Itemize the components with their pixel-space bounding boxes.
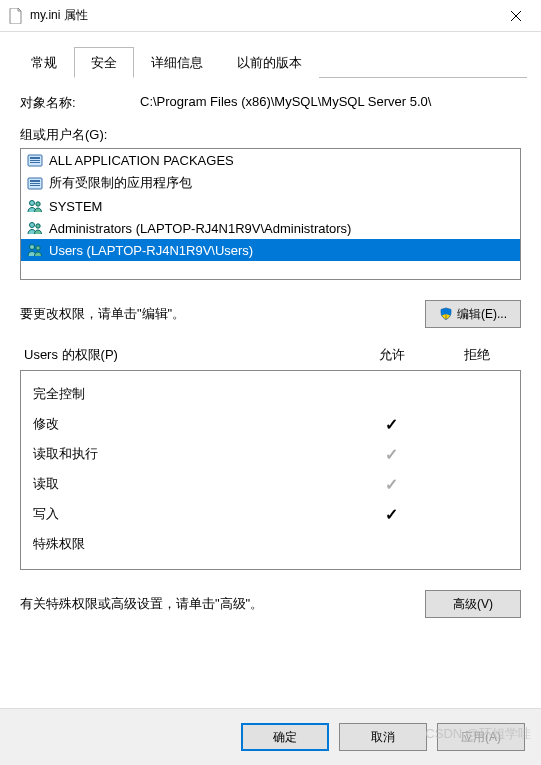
svg-point-10	[30, 223, 35, 228]
shield-icon	[439, 307, 453, 321]
list-item-label: SYSTEM	[49, 199, 102, 214]
edit-text: 要更改权限，请单击"编辑"。	[20, 305, 425, 323]
close-button[interactable]	[493, 1, 539, 31]
permission-row: 读取✓	[33, 469, 516, 499]
svg-point-12	[30, 245, 35, 250]
tab-details[interactable]: 详细信息	[134, 47, 220, 78]
svg-point-13	[36, 246, 40, 250]
object-name-value: C:\Program Files (x86)\MySQL\MySQL Serve…	[140, 94, 521, 112]
list-item-label: 所有受限制的应用程序包	[49, 174, 192, 192]
permission-name: 修改	[33, 415, 346, 433]
svg-rect-7	[30, 185, 40, 186]
tab-body-security: 对象名称: C:\Program Files (x86)\MySQL\MySQL…	[14, 78, 527, 644]
advanced-row: 有关特殊权限或高级设置，请单击"高级"。 高级(V)	[20, 590, 521, 618]
allow-cell: ✓	[346, 475, 436, 494]
tab-bar: 常规 安全 详细信息 以前的版本	[14, 46, 527, 78]
allow-cell: ✓	[346, 505, 436, 524]
list-item[interactable]: ALL APPLICATION PACKAGES	[21, 149, 520, 171]
permission-row: 特殊权限	[33, 529, 516, 559]
users-icon	[27, 242, 43, 258]
permissions-listbox: 完全控制修改✓读取和执行✓读取✓写入✓特殊权限	[20, 370, 521, 570]
check-icon: ✓	[385, 416, 398, 433]
list-item[interactable]: 所有受限制的应用程序包	[21, 171, 520, 195]
users-icon	[27, 198, 43, 214]
svg-rect-3	[30, 162, 40, 163]
users-icon	[27, 220, 43, 236]
list-item[interactable]: Users (LAPTOP-RJ4N1R9V\Users)	[21, 239, 520, 261]
permission-name: 特殊权限	[33, 535, 346, 553]
list-item[interactable]: SYSTEM	[21, 195, 520, 217]
groups-label: 组或用户名(G):	[20, 126, 521, 144]
permissions-header: Users 的权限(P) 允许 拒绝	[20, 346, 521, 364]
ok-button[interactable]: 确定	[241, 723, 329, 751]
perm-title: Users 的权限(P)	[24, 346, 347, 364]
tab-previous-versions[interactable]: 以前的版本	[220, 47, 319, 78]
cancel-button[interactable]: 取消	[339, 723, 427, 751]
permission-row: 修改✓	[33, 409, 516, 439]
apply-button[interactable]: 应用(A)	[437, 723, 525, 751]
advanced-button-label: 高级(V)	[453, 596, 493, 613]
perm-allow-header: 允许	[347, 346, 437, 364]
permission-row: 读取和执行✓	[33, 439, 516, 469]
advanced-button[interactable]: 高级(V)	[425, 590, 521, 618]
permission-row: 写入✓	[33, 499, 516, 529]
svg-point-9	[36, 202, 40, 206]
list-item[interactable]: Administrators (LAPTOP-RJ4N1R9V\Administ…	[21, 217, 520, 239]
check-icon: ✓	[385, 476, 398, 493]
svg-rect-1	[30, 157, 40, 159]
svg-rect-2	[30, 160, 40, 161]
list-item-label: ALL APPLICATION PACKAGES	[49, 153, 234, 168]
edit-button[interactable]: 编辑(E)...	[425, 300, 521, 328]
content: 常规 安全 详细信息 以前的版本 对象名称: C:\Program Files …	[0, 32, 541, 656]
permission-name: 完全控制	[33, 385, 346, 403]
list-item-label: Users (LAPTOP-RJ4N1R9V\Users)	[49, 243, 253, 258]
allow-cell: ✓	[346, 445, 436, 464]
permission-name: 读取和执行	[33, 445, 346, 463]
package-icon	[27, 175, 43, 191]
edit-row: 要更改权限，请单击"编辑"。 编辑(E)...	[20, 300, 521, 328]
file-icon	[8, 8, 24, 24]
allow-cell: ✓	[346, 415, 436, 434]
svg-point-11	[36, 224, 40, 228]
check-icon: ✓	[385, 506, 398, 523]
advanced-text: 有关特殊权限或高级设置，请单击"高级"。	[20, 595, 425, 613]
svg-rect-5	[30, 180, 40, 182]
permission-row: 完全控制	[33, 379, 516, 409]
permission-name: 写入	[33, 505, 346, 523]
package-icon	[27, 152, 43, 168]
svg-point-8	[30, 201, 35, 206]
permission-name: 读取	[33, 475, 346, 493]
object-name-row: 对象名称: C:\Program Files (x86)\MySQL\MySQL…	[20, 94, 521, 112]
perm-deny-header: 拒绝	[437, 346, 517, 364]
tab-security[interactable]: 安全	[74, 47, 134, 78]
check-icon: ✓	[385, 446, 398, 463]
list-item-label: Administrators (LAPTOP-RJ4N1R9V\Administ…	[49, 221, 351, 236]
object-name-label: 对象名称:	[20, 94, 140, 112]
bottom-bar: 确定 取消 应用(A)	[0, 708, 541, 765]
titlebar: my.ini 属性	[0, 0, 541, 32]
edit-button-label: 编辑(E)...	[457, 306, 507, 323]
tab-general[interactable]: 常规	[14, 47, 74, 78]
window-title: my.ini 属性	[30, 7, 493, 24]
groups-listbox[interactable]: ALL APPLICATION PACKAGES所有受限制的应用程序包SYSTE…	[20, 148, 521, 280]
svg-rect-6	[30, 183, 40, 184]
